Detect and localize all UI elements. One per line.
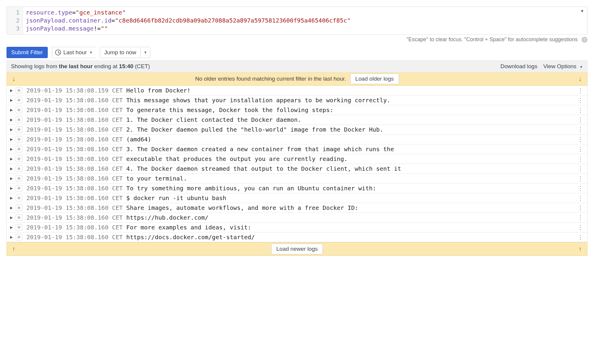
- expand-icon[interactable]: ▶: [8, 196, 15, 200]
- time-range-picker[interactable]: Last hour ▼: [52, 47, 96, 58]
- expand-icon[interactable]: ▶: [8, 118, 15, 122]
- expand-icon[interactable]: ▶: [8, 147, 15, 151]
- log-row[interactable]: ▶ ✱ 2019-01-19 15:38:08.160 CET To gener…: [7, 105, 587, 115]
- expand-icon[interactable]: ▶: [8, 98, 15, 102]
- scroll-down-icon[interactable]: ↓: [577, 74, 584, 84]
- row-menu-icon[interactable]: ⋮: [576, 106, 584, 114]
- row-menu-icon[interactable]: ⋮: [576, 175, 584, 182]
- expand-icon[interactable]: ▶: [8, 225, 15, 229]
- log-message: $ docker run -it ubuntu bash: [126, 194, 576, 202]
- row-menu-icon[interactable]: ⋮: [576, 126, 584, 133]
- log-message: Hello from Docker!: [126, 87, 576, 94]
- severity-icon[interactable]: ✱: [16, 214, 22, 221]
- expand-icon[interactable]: ▶: [8, 215, 15, 220]
- jump-to-now-button[interactable]: Jump to now ▼: [100, 47, 151, 58]
- log-message: https://hub.docker.com/: [126, 214, 576, 221]
- severity-icon[interactable]: ✱: [16, 185, 22, 191]
- expand-icon[interactable]: ▶: [8, 206, 15, 210]
- row-menu-icon[interactable]: ⋮: [576, 234, 584, 241]
- severity-icon[interactable]: ✱: [16, 107, 22, 113]
- severity-icon[interactable]: ✱: [16, 97, 22, 103]
- severity-icon[interactable]: ✱: [16, 136, 22, 143]
- severity-icon[interactable]: ✱: [16, 116, 22, 123]
- log-row[interactable]: ▶ ✱ 2019-01-19 15:38:08.160 CET Share im…: [7, 203, 587, 213]
- log-timestamp: 2019-01-19 15:38:08.160 CET: [26, 224, 123, 231]
- log-message: to your terminal.: [126, 175, 576, 182]
- row-menu-icon[interactable]: ⋮: [576, 97, 584, 104]
- log-message: This message shows that your installatio…: [126, 97, 576, 104]
- log-timestamp: 2019-01-19 15:38:08.160 CET: [26, 194, 123, 202]
- log-row[interactable]: ▶ ✱ 2019-01-19 15:38:08.160 CET https://…: [7, 213, 587, 223]
- severity-icon[interactable]: ✱: [16, 224, 22, 231]
- log-timestamp: 2019-01-19 15:38:08.160 CET: [26, 175, 123, 182]
- log-row[interactable]: ▶ ✱ 2019-01-19 15:38:08.160 CET 4. The D…: [7, 164, 587, 174]
- log-row[interactable]: ▶ ✱ 2019-01-19 15:38:08.160 CET 1. The D…: [7, 115, 587, 125]
- load-older-logs-button[interactable]: Load older logs: [350, 74, 399, 84]
- view-options-dropdown[interactable]: View Options ▼: [543, 63, 583, 70]
- log-message: 2. The Docker daemon pulled the "hello-w…: [126, 126, 576, 133]
- severity-icon[interactable]: ✱: [16, 87, 22, 94]
- expand-icon[interactable]: ▶: [8, 176, 15, 181]
- expand-icon[interactable]: ▶: [8, 186, 15, 190]
- row-menu-icon[interactable]: ⋮: [576, 204, 584, 211]
- expand-icon[interactable]: ▶: [8, 157, 15, 161]
- load-newer-logs-button[interactable]: Load newer logs: [271, 244, 322, 254]
- filter-editor[interactable]: 1 2 3 resource.type="gce_instance" jsonP…: [7, 7, 587, 35]
- filter-dropdown-icon[interactable]: ▼: [580, 9, 584, 13]
- log-timestamp: 2019-01-19 15:38:08.160 CET: [26, 155, 123, 162]
- severity-icon[interactable]: ✱: [16, 165, 22, 172]
- submit-filter-button[interactable]: Submit Filter: [7, 47, 48, 58]
- row-menu-icon[interactable]: ⋮: [576, 155, 584, 162]
- log-timestamp: 2019-01-19 15:38:08.160 CET: [26, 116, 123, 123]
- severity-icon[interactable]: ✱: [16, 156, 22, 162]
- log-row[interactable]: ▶ ✱ 2019-01-19 15:38:08.160 CET To try s…: [7, 183, 587, 193]
- row-menu-icon[interactable]: ⋮: [576, 136, 584, 143]
- log-row[interactable]: ▶ ✱ 2019-01-19 15:38:08.160 CET 2. The D…: [7, 125, 587, 135]
- log-row[interactable]: ▶ ✱ 2019-01-19 15:38:08.160 CET 3. The D…: [7, 144, 587, 154]
- log-message: https://docs.docker.com/get-started/: [126, 234, 576, 241]
- older-logs-banner: ↓ No older entries found matching curren…: [7, 72, 587, 86]
- row-menu-icon[interactable]: ⋮: [576, 165, 584, 172]
- download-logs-link[interactable]: Download logs: [500, 63, 537, 70]
- log-row[interactable]: ▶ ✱ 2019-01-19 15:38:08.160 CET executab…: [7, 154, 587, 164]
- log-message: To generate this message, Docker took th…: [126, 106, 576, 114]
- expand-icon[interactable]: ▶: [8, 167, 15, 171]
- severity-icon[interactable]: ✱: [16, 234, 22, 240]
- log-row[interactable]: ▶ ✱ 2019-01-19 15:38:08.160 CET For more…: [7, 223, 587, 232]
- row-menu-icon[interactable]: ⋮: [576, 185, 584, 192]
- row-menu-icon[interactable]: ⋮: [576, 116, 584, 123]
- log-timestamp: 2019-01-19 15:38:08.160 CET: [26, 106, 123, 114]
- expand-icon[interactable]: ▶: [8, 127, 15, 132]
- help-icon[interactable]: ?: [582, 37, 587, 43]
- severity-icon[interactable]: ✱: [16, 175, 22, 182]
- expand-icon[interactable]: ▶: [8, 108, 15, 112]
- log-row[interactable]: ▶ ✱ 2019-01-19 15:38:08.160 CET https://…: [7, 232, 587, 242]
- log-row[interactable]: ▶ ✱ 2019-01-19 15:38:08.159 CET Hello fr…: [7, 86, 587, 95]
- log-row[interactable]: ▶ ✱ 2019-01-19 15:38:08.160 CET (amd64) …: [7, 135, 587, 144]
- row-menu-icon[interactable]: ⋮: [576, 194, 584, 202]
- toolbar: Submit Filter Last hour ▼ Jump to now ▼: [7, 47, 587, 58]
- older-banner-msg: No older entries found matching current …: [195, 76, 346, 82]
- row-menu-icon[interactable]: ⋮: [576, 214, 584, 221]
- row-menu-icon[interactable]: ⋮: [576, 224, 584, 231]
- severity-icon[interactable]: ✱: [16, 126, 22, 133]
- log-timestamp: 2019-01-19 15:38:08.159 CET: [26, 87, 123, 94]
- chevron-down-icon: ▼: [89, 50, 93, 55]
- filter-code[interactable]: resource.type="gce_instance" jsonPayload…: [23, 7, 587, 34]
- log-timestamp: 2019-01-19 15:38:08.160 CET: [26, 214, 123, 221]
- severity-icon[interactable]: ✱: [16, 195, 22, 201]
- log-row[interactable]: ▶ ✱ 2019-01-19 15:38:08.160 CET $ docker…: [7, 193, 587, 203]
- log-timestamp: 2019-01-19 15:38:08.160 CET: [26, 126, 123, 133]
- expand-icon[interactable]: ▶: [8, 137, 15, 141]
- severity-icon[interactable]: ✱: [16, 146, 22, 152]
- expand-icon[interactable]: ▶: [8, 235, 15, 239]
- severity-icon[interactable]: ✱: [16, 205, 22, 211]
- log-row[interactable]: ▶ ✱ 2019-01-19 15:38:08.160 CET This mes…: [7, 95, 587, 105]
- row-menu-icon[interactable]: ⋮: [576, 146, 584, 153]
- log-row[interactable]: ▶ ✱ 2019-01-19 15:38:08.160 CET to your …: [7, 174, 587, 183]
- row-menu-icon[interactable]: ⋮: [576, 87, 584, 94]
- scroll-down-icon[interactable]: ↓: [10, 74, 17, 84]
- scroll-up-icon[interactable]: ↑: [577, 244, 584, 254]
- expand-icon[interactable]: ▶: [8, 88, 15, 92]
- scroll-up-icon[interactable]: ↑: [10, 244, 17, 254]
